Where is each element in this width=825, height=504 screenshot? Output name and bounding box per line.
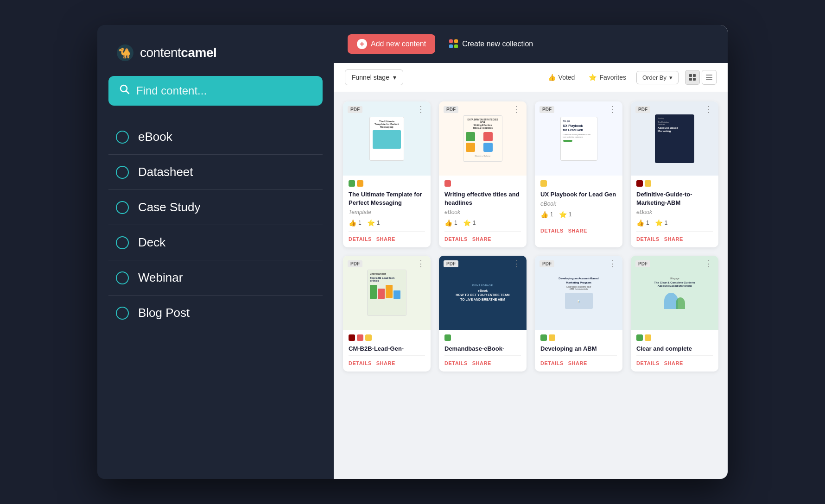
share-button[interactable]: SHARE (472, 235, 491, 243)
share-button[interactable]: SHARE (664, 359, 683, 367)
svg-text:🐪: 🐪 (118, 47, 131, 59)
add-new-content-button[interactable]: + Add new content (348, 34, 435, 54)
card-info: Clear and complete DETAILS SHARE (631, 330, 718, 371)
voted-button[interactable]: 👍 Voted (544, 72, 579, 83)
card-type: eBook (636, 209, 713, 215)
thumbs-up-icon: 👍 (444, 219, 452, 227)
svg-rect-5 (693, 74, 696, 77)
card-badge: PDF (348, 106, 362, 113)
nav-circle-datasheet (116, 166, 129, 179)
favorite-count: ⭐ 1 (367, 219, 380, 227)
details-button[interactable]: DETAILS (349, 359, 372, 367)
filter-actions: 👍 Voted ⭐ Favorites Order By ▾ (544, 70, 717, 85)
card-info: Demandbase-eBook- DETAILS SHARE (439, 330, 527, 371)
list-view-button[interactable] (702, 70, 717, 85)
card-title: UX Playbook for Lead Gen (540, 190, 617, 199)
nav-circle-ebook (116, 131, 129, 144)
logo-area: 🐪 contentcamel (97, 25, 334, 76)
card-actions: DETAILS SHARE (636, 355, 713, 367)
details-button[interactable]: DETAILS (540, 359, 564, 367)
details-button[interactable]: DETAILS (540, 227, 564, 234)
details-button[interactable]: DETAILS (444, 235, 468, 243)
sidebar-item-datasheet[interactable]: Datasheet (108, 155, 323, 190)
card-actions: DETAILS SHARE (636, 231, 713, 243)
tag-dot (636, 334, 643, 341)
card-actions: DETAILS SHARE (444, 355, 521, 367)
star-icon: ⭐ (655, 219, 663, 227)
card-actions: DETAILS SHARE (540, 355, 617, 367)
card-title: Clear and complete (636, 345, 713, 353)
svg-line-3 (126, 91, 129, 94)
favorites-button[interactable]: ⭐ Favorites (585, 72, 630, 83)
order-by-dropdown[interactable]: Order By ▾ (636, 71, 679, 84)
card-info: CM-B2B-Lead-Gen- DETAILS SHARE (343, 330, 431, 371)
details-button[interactable]: DETAILS (444, 359, 468, 367)
vote-count: 👍 1 (444, 219, 457, 227)
card-info: The Ultimate Template for Perfect Messag… (343, 176, 431, 247)
sidebar-item-case-study[interactable]: Case Study (108, 190, 323, 225)
sidebar-item-deck[interactable]: Deck (108, 225, 323, 260)
tag-dot (549, 334, 555, 341)
top-bar: + Add new content Create new collection (334, 25, 728, 63)
thumbs-up-icon: 👍 (548, 74, 556, 81)
card-menu-button[interactable]: ⋮ (513, 259, 522, 268)
tag-dot (349, 180, 355, 187)
card-thumbnail-1: PDF ⋮ The UltimateTemplate for PerfectMe… (343, 101, 431, 176)
card-title: Writing effective titles and headlines (444, 190, 521, 207)
card-menu-button[interactable]: ⋮ (417, 105, 426, 113)
details-button[interactable]: DETAILS (636, 235, 660, 243)
search-icon (120, 84, 130, 97)
grid-view-button[interactable] (685, 70, 700, 85)
sidebar-item-blog-post[interactable]: Blog Post (108, 296, 323, 330)
share-button[interactable]: SHARE (568, 227, 587, 234)
card-tags (349, 334, 425, 341)
svg-rect-6 (689, 78, 692, 81)
card-stats: 👍 1 ⭐ 1 (636, 219, 713, 227)
card-tags (540, 180, 617, 187)
favorite-count: ⭐ 1 (559, 211, 572, 218)
share-button[interactable]: SHARE (664, 235, 683, 243)
card-tags (349, 180, 425, 187)
tag-dot (365, 334, 372, 341)
star-icon: ⭐ (367, 219, 375, 227)
card-menu-button[interactable]: ⋮ (704, 259, 714, 268)
card-menu-button[interactable]: ⋮ (704, 105, 714, 113)
card-tags (636, 334, 713, 341)
nav-circle-webinar (116, 271, 129, 284)
card-menu-button[interactable]: ⋮ (513, 105, 522, 113)
logo-camel-icon: 🐪 (116, 44, 134, 62)
search-placeholder-text: Find content... (136, 84, 207, 97)
create-new-collection-button[interactable]: Create new collection (440, 35, 542, 53)
card-info: Developing an ABM DETAILS SHARE (535, 330, 622, 371)
share-button[interactable]: SHARE (376, 235, 395, 243)
content-card: PDF ⋮ Chief Marketer Top B2B Lead Gen Tr… (343, 256, 431, 371)
app-window: 🐪 contentcamel Find content... eBook (97, 25, 728, 479)
details-button[interactable]: DETAILS (349, 235, 372, 243)
tag-dot (357, 180, 363, 187)
favorites-label: Favorites (599, 74, 626, 81)
share-button[interactable]: SHARE (472, 359, 491, 367)
tag-dot (540, 180, 547, 187)
card-thumbnail-2: PDF ⋮ DATA DRIVEN STRATEGIES FORWriting … (439, 101, 527, 176)
collection-btn-label: Create new collection (462, 40, 533, 48)
card-title: The Ultimate Template for Perfect Messag… (349, 190, 425, 207)
card-menu-button[interactable]: ⋮ (609, 259, 618, 268)
card-menu-button[interactable]: ⋮ (609, 105, 618, 113)
collection-grid-icon (449, 39, 458, 49)
card-badge: PDF (635, 106, 650, 113)
content-grid: PDF ⋮ The UltimateTemplate for PerfectMe… (343, 101, 718, 372)
share-button[interactable]: SHARE (568, 359, 587, 367)
sidebar-item-webinar[interactable]: Webinar (108, 260, 323, 296)
share-button[interactable]: SHARE (376, 359, 395, 367)
card-menu-button[interactable]: ⋮ (417, 259, 426, 268)
card-type: eBook (444, 209, 521, 215)
funnel-stage-dropdown[interactable]: Funnel stage ▾ (345, 69, 403, 85)
nav-items: eBook Datasheet Case Study Deck Webinar … (97, 120, 334, 330)
card-title: Developing an ABM (540, 345, 617, 353)
card-badge: PDF (444, 260, 458, 267)
details-button[interactable]: DETAILS (636, 359, 660, 367)
tag-dot (444, 180, 451, 187)
search-bar[interactable]: Find content... (108, 76, 323, 106)
sidebar-label-ebook: eBook (138, 130, 172, 144)
sidebar-item-ebook[interactable]: eBook (108, 120, 323, 155)
